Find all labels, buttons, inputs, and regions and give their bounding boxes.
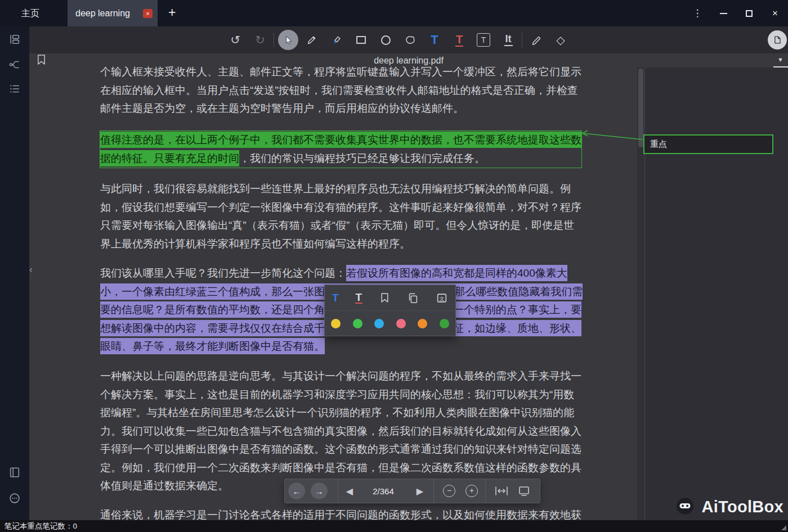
color-swatch-pink[interactable] bbox=[396, 319, 406, 328]
left-sidebar bbox=[0, 26, 29, 520]
text-segment: 定。例如，我们使用一个二次函数来判断图像中是否有猫，但是像二次函数系数值这样的函… bbox=[100, 462, 581, 474]
page-view-button[interactable] bbox=[768, 30, 787, 49]
status-bar: 笔记本重点笔记数：0 bbox=[0, 520, 788, 532]
text-segment: 力。我们可以收集一些已知包含猫与不包含猫的真实图像，然后我们的目标就转化成如何从… bbox=[100, 425, 581, 437]
color-swatch-orange[interactable] bbox=[418, 319, 427, 328]
green-highlight[interactable]: 值得注意的是，在以上两个例子中，我们都不需要收集真实世界中的数据，也不需要系统地… bbox=[100, 132, 581, 148]
tab-home[interactable]: 主页 bbox=[17, 0, 44, 26]
annotation-popup: T T 文 bbox=[324, 285, 456, 336]
text-line: 力。我们可以收集一些已知包含猫与不包含猫的真实图像，然后我们的目标就转化成如何从… bbox=[100, 422, 581, 441]
history-back-button[interactable]: ← bbox=[288, 483, 305, 499]
text-highlight-tool-button[interactable]: T bbox=[424, 26, 445, 53]
minimize-button[interactable] bbox=[710, 0, 736, 26]
close-button[interactable]: × bbox=[762, 0, 788, 26]
pencil-icon bbox=[306, 34, 318, 46]
titlebar: 主页 deep learning × + ⋮ × bbox=[0, 0, 788, 26]
popup-colors-row bbox=[325, 311, 455, 336]
nav-separator bbox=[338, 479, 338, 503]
lasso-icon bbox=[404, 34, 417, 46]
rectangle-tool-button[interactable] bbox=[351, 26, 371, 53]
new-tab-button[interactable]: + bbox=[165, 0, 179, 26]
text-line: 如，假设我们想要编写一个判定一张图像中有没有猫的程序。这件事听起来好像很简单，对… bbox=[100, 199, 581, 217]
highlight-text-tool[interactable]: T bbox=[332, 292, 339, 304]
text-line: 据的特征。只要有充足的时间，我们的常识与编程技巧已经足够让我们完成任务。 bbox=[100, 150, 581, 168]
text-line: 通俗来说，机器学习是一门讨论各式各样的适用于不同问题的函数形式，以及如何使用数据… bbox=[100, 506, 581, 520]
text-line: 只需要对每张输入图像输出“真”（表示有猫）或者“假”（表示无猫）即可。但令人惊讶… bbox=[100, 217, 581, 235]
mindmap-icon bbox=[8, 58, 21, 71]
select-tool-button[interactable] bbox=[277, 26, 299, 53]
text-segment: 个输入框来接受收件人、主题、邮件正文等，程序将监听键盘输入并写入一个缓冲区，然后… bbox=[100, 66, 581, 78]
ellipse-tool-button[interactable] bbox=[375, 26, 396, 53]
toolbar-separator bbox=[274, 33, 274, 47]
text-line: 眼睛、鼻子等，最终才能判断图像中是否有猫。 bbox=[100, 337, 583, 356]
app-window: 主页 deep learning × + ⋮ × ↺ bbox=[0, 0, 788, 532]
text-segment: 据编程”。与其枯坐在房间里思考怎么设计一个识别猫的程序，不如利用人类肉眼在图像中… bbox=[100, 407, 574, 418]
ellipse-icon bbox=[381, 35, 391, 45]
underline-text-tool[interactable]: T bbox=[355, 292, 363, 304]
tab-document[interactable]: deep learning × bbox=[68, 0, 158, 26]
text-line: 定。例如，我们使用一个二次函数来判断图像中是否有猫，但是像二次函数系数值这样的函… bbox=[100, 459, 581, 477]
highlighter-tool-button[interactable] bbox=[326, 26, 347, 53]
zoom-in-button[interactable]: + bbox=[465, 485, 478, 497]
color-swatch-yellow[interactable] bbox=[331, 319, 341, 328]
copy-tool-icon[interactable] bbox=[407, 292, 419, 304]
bookmark-tool-icon[interactable] bbox=[379, 292, 391, 304]
history-forward-button[interactable]: → bbox=[311, 483, 328, 499]
stylus-tool-button[interactable] bbox=[526, 26, 546, 53]
text-highlight-icon: T bbox=[431, 33, 438, 47]
tab-close-button[interactable]: × bbox=[143, 9, 153, 18]
eraser-tool-button[interactable]: ◇ bbox=[550, 26, 571, 53]
text-underline-tool-button[interactable]: T bbox=[449, 26, 469, 53]
popup-tools-row: T T 文 bbox=[325, 285, 455, 311]
sidebar-book-button[interactable] bbox=[8, 466, 21, 479]
toolbar-separator bbox=[522, 33, 522, 47]
text-line: 据编程”。与其枯坐在房间里思考怎么设计一个识别猫的程序，不如利用人类肉眼在图像中… bbox=[100, 404, 581, 422]
insert-text-tool-button[interactable]: It bbox=[498, 26, 518, 53]
highlighter-icon bbox=[330, 34, 343, 46]
pencil-tool-button[interactable] bbox=[302, 26, 322, 53]
previous-page-button[interactable]: ◀ bbox=[341, 486, 358, 497]
collapse-panel-handle[interactable]: ‹ bbox=[29, 262, 37, 277]
sidebar-notes-list-button[interactable] bbox=[8, 83, 21, 95]
green-highlight[interactable]: 据的特征。只要有充足的时间 bbox=[100, 150, 239, 166]
lasso-tool-button[interactable] bbox=[400, 26, 420, 53]
stylus-icon bbox=[530, 34, 542, 46]
aitoolbox-watermark: AiToolBox bbox=[674, 495, 783, 518]
color-swatch-green[interactable] bbox=[353, 319, 362, 328]
resize-grip[interactable] bbox=[781, 525, 786, 530]
brand-name: AiToolBox bbox=[701, 498, 783, 516]
caret-down-icon[interactable]: ▼ bbox=[777, 56, 783, 63]
outline-panel-icon bbox=[8, 33, 21, 46]
sidebar-outline-button[interactable] bbox=[8, 33, 21, 46]
note-card[interactable]: 重点 bbox=[643, 134, 773, 154]
menu-icon[interactable]: ⋮ bbox=[684, 0, 710, 26]
paragraph: 个输入框来接受收件人、主题、邮件正文等，程序将监听键盘输入并写入一个缓冲区，然后… bbox=[100, 66, 581, 118]
text-line: 与此同时，我们很容易就能找到一些连世界上最好的程序员也无法仅用编程技巧解决的简单… bbox=[100, 180, 581, 199]
text-line: 个输入框来接受收件人、主题、邮件正文等，程序将监听键盘输入并写入一个缓冲区，然后… bbox=[100, 66, 581, 82]
text-line: 在相应的输入框中。当用户点击“发送”按钮时，我们需要检查收件人邮箱地址的格式是否… bbox=[100, 82, 581, 100]
document-title: deep learning.pdf bbox=[374, 56, 444, 66]
purple-highlight[interactable]: 眼睛、鼻子等，最终才能判断图像中是否有猫。 bbox=[100, 338, 325, 354]
bookmark-icon[interactable] bbox=[37, 54, 46, 66]
color-swatch-dark-green[interactable] bbox=[440, 319, 449, 328]
color-swatch-blue[interactable] bbox=[374, 319, 384, 328]
note-connector-line bbox=[579, 128, 646, 143]
text-box-tool-button[interactable]: T bbox=[473, 26, 494, 53]
fit-width-icon[interactable] bbox=[494, 485, 509, 497]
sidebar-more-button[interactable] bbox=[8, 492, 21, 504]
page-navigation-bar: ← → ◀ 2/364 ▶ − + bbox=[284, 479, 540, 503]
translate-tool-icon[interactable]: 文 bbox=[436, 292, 448, 304]
redo-button[interactable]: ↻ bbox=[250, 26, 270, 53]
purple-highlight[interactable]: 若假设所有图像的高和宽都是同样的400像素大 bbox=[346, 265, 567, 281]
fit-page-icon[interactable] bbox=[517, 485, 531, 497]
undo-button[interactable]: ↺ bbox=[225, 26, 245, 53]
text-segment: 体值则是通过数据来确定。 bbox=[100, 480, 229, 492]
text-segment: 界上最优秀的计算机科学家和程序员也不懂如何编写这样的程序。 bbox=[100, 238, 410, 250]
page-indicator[interactable]: 2/364 bbox=[358, 486, 409, 496]
svg-text:文: 文 bbox=[440, 295, 445, 301]
text-segment: 手得到一个可以推断出图像中是否有猫的函数。这个函数的形式通常通过我们的知识来针对… bbox=[100, 443, 581, 455]
zoom-out-button[interactable]: − bbox=[443, 485, 455, 497]
maximize-button[interactable] bbox=[736, 0, 762, 26]
next-page-button[interactable]: ▶ bbox=[411, 486, 428, 497]
sidebar-mindmap-button[interactable] bbox=[8, 58, 21, 71]
